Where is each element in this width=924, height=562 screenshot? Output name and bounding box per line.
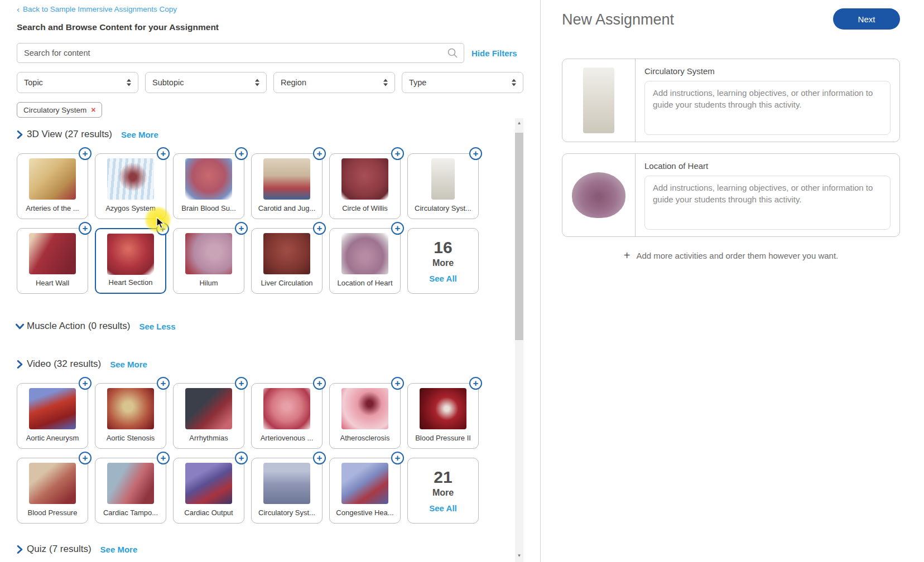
add-plus-icon[interactable]: +: [235, 147, 248, 160]
add-plus-icon[interactable]: +: [157, 147, 170, 160]
section-count: (27 results): [65, 129, 112, 140]
filter-dropdown[interactable]: Subtopic: [145, 72, 267, 93]
content-card[interactable]: + Arteriovenous ...: [251, 383, 323, 449]
add-plus-icon[interactable]: +: [391, 222, 404, 235]
activity-title: Circulatory System: [644, 66, 891, 76]
content-card[interactable]: + Cardiac Output: [173, 458, 244, 524]
scroll-up-icon[interactable]: ▲: [515, 119, 523, 127]
add-plus-icon[interactable]: +: [157, 377, 170, 390]
content-card-label: Atherosclerosis: [340, 434, 390, 442]
section-title: Quiz: [27, 544, 46, 555]
add-plus-icon[interactable]: +: [313, 222, 326, 235]
chevron-right-icon[interactable]: [17, 545, 23, 554]
results-scroll-area[interactable]: 3D View (27 results) See More + Arteries…: [17, 129, 523, 562]
see-more-link[interactable]: See More: [100, 545, 138, 554]
activity-instructions-input[interactable]: Add instructions, learning objectives, o…: [644, 81, 891, 135]
scroll-down-icon[interactable]: ▼: [515, 552, 523, 560]
content-thumbnail: [341, 463, 388, 504]
content-card[interactable]: + Brain Blood Su...: [173, 153, 244, 219]
add-plus-icon[interactable]: +: [469, 147, 482, 160]
chevron-right-icon[interactable]: [17, 360, 23, 369]
chevron-down-icon[interactable]: [16, 323, 24, 330]
content-card[interactable]: + Circulatory Syst...: [251, 458, 323, 524]
hide-filters-link[interactable]: Hide Filters: [471, 49, 517, 58]
content-thumbnail: [29, 158, 76, 200]
next-button[interactable]: Next: [833, 8, 900, 30]
filter-dropdown[interactable]: Region: [273, 72, 395, 93]
see-more-link[interactable]: See More: [110, 360, 147, 369]
see-all-link[interactable]: See All: [429, 503, 456, 513]
content-card[interactable]: + Carotid and Jug...: [251, 153, 323, 219]
content-card[interactable]: + Circulatory Syst...: [407, 153, 479, 219]
more-card: 21 More See All: [407, 458, 479, 524]
content-card-label: Heart Wall: [36, 279, 69, 287]
content-card[interactable]: + Aortic Aneurysm: [17, 383, 88, 449]
content-card-label: Liver Circulation: [261, 279, 312, 287]
search-input[interactable]: [17, 43, 464, 63]
filter-dropdown[interactable]: Topic: [17, 72, 138, 93]
add-plus-icon[interactable]: +: [79, 147, 92, 160]
add-plus-icon[interactable]: +: [235, 222, 248, 235]
content-card[interactable]: + Arrhythmias: [173, 383, 244, 449]
add-plus-icon[interactable]: +: [313, 377, 326, 390]
content-thumbnail: [341, 388, 388, 429]
add-plus-icon[interactable]: +: [313, 147, 326, 160]
results-scrollbar[interactable]: ▲ ▼: [515, 118, 523, 562]
add-plus-icon[interactable]: +: [156, 222, 169, 235]
add-plus-icon[interactable]: +: [391, 377, 404, 390]
content-card-label: Arrhythmias: [189, 434, 228, 442]
content-card[interactable]: + Circle of Willis: [329, 153, 401, 219]
content-card[interactable]: + Blood Pressure: [17, 458, 88, 524]
more-count: 21: [434, 469, 452, 486]
filter-chip: Circulatory System ×: [17, 102, 102, 118]
video-grid: + Aortic Aneurysm + Aortic Stenosis + Ar…: [17, 383, 480, 524]
content-card-label: Carotid and Jug...: [258, 204, 316, 212]
content-thumbnail: [29, 463, 76, 504]
add-plus-icon[interactable]: +: [157, 452, 170, 464]
add-plus-icon[interactable]: +: [469, 377, 482, 390]
content-card-label: Cardiac Output: [184, 508, 233, 517]
assignment-builder-screen: ‹ Back to Sample Immersive Assignments C…: [0, 0, 924, 562]
add-plus-icon[interactable]: +: [391, 452, 404, 464]
add-plus-icon[interactable]: +: [235, 377, 248, 390]
add-plus-icon[interactable]: +: [391, 147, 404, 160]
content-card[interactable]: + Aortic Stenosis: [95, 383, 166, 449]
see-less-link[interactable]: See Less: [139, 322, 175, 331]
add-more-activities[interactable]: + Add more activities and order them how…: [562, 250, 900, 261]
filter-dropdown[interactable]: Type: [402, 72, 523, 93]
add-plus-icon[interactable]: +: [79, 452, 92, 464]
search-box: [17, 43, 464, 63]
back-link[interactable]: ‹ Back to Sample Immersive Assignments C…: [17, 5, 177, 13]
add-plus-icon[interactable]: +: [79, 377, 92, 390]
content-card[interactable]: + Atherosclerosis: [329, 383, 401, 449]
activity-body: Location of Heart Add instructions, lear…: [636, 154, 899, 236]
content-card[interactable]: + Heart Wall: [17, 228, 88, 294]
content-card[interactable]: + Hilum: [173, 228, 244, 294]
see-more-link[interactable]: See More: [121, 130, 158, 139]
content-card[interactable]: + Heart Section: [95, 228, 166, 294]
content-thumbnail: [29, 233, 76, 274]
content-card[interactable]: + Arteries of the ...: [17, 153, 88, 219]
content-card[interactable]: + Location of Heart: [329, 228, 401, 294]
add-plus-icon[interactable]: +: [79, 222, 92, 235]
see-all-link[interactable]: See All: [429, 274, 456, 283]
content-card[interactable]: + Azygos System: [95, 153, 166, 219]
content-thumbnail: [263, 158, 310, 200]
section-header-muscle-action: Muscle Action (0 results) See Less: [17, 321, 523, 332]
remove-filter-icon[interactable]: ×: [91, 106, 95, 114]
search-icon[interactable]: [447, 47, 458, 59]
chevron-right-icon[interactable]: [17, 130, 23, 139]
content-card[interactable]: + Blood Pressure II: [407, 383, 479, 449]
dropdown-label: Type: [409, 78, 426, 87]
dropdown-arrows-icon: [255, 79, 259, 86]
add-plus-icon[interactable]: +: [313, 452, 326, 464]
activity-instructions-input[interactable]: Add instructions, learning objectives, o…: [644, 176, 891, 230]
content-card-label: Congestive Hea...: [336, 508, 393, 517]
content-card[interactable]: + Cardiac Tampo...: [95, 458, 166, 524]
content-card[interactable]: + Congestive Hea...: [329, 458, 401, 524]
content-card[interactable]: + Liver Circulation: [251, 228, 323, 294]
section-header-video: Video (32 results) See More: [17, 358, 523, 370]
active-filters-row: Circulatory System ×: [17, 102, 523, 118]
add-plus-icon[interactable]: +: [235, 452, 248, 464]
scrollbar-thumb[interactable]: [515, 133, 523, 340]
